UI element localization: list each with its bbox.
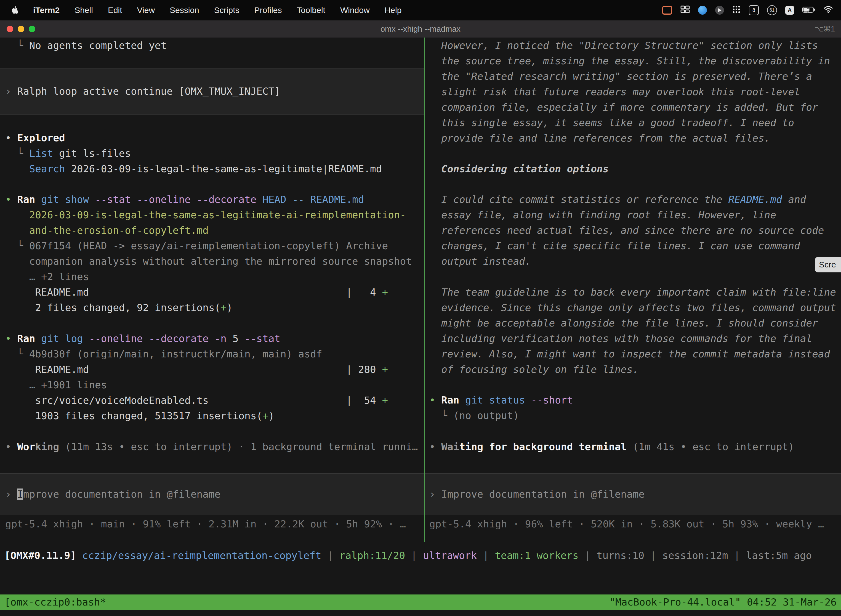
window-titlebar[interactable]: omx --xhigh --madmax ⌥⌘1 (0, 21, 841, 38)
wifi-icon[interactable] (823, 6, 833, 15)
terminal-area: › Ralph loop active continue [OMX_TMUX_I… (0, 38, 841, 616)
text-segment: src/voice/voiceModeEnabled.ts | 54 (5, 395, 382, 406)
text-segment: --oneline --decorate -n (83, 333, 227, 344)
text-segment: Search (5, 163, 65, 175)
text-segment: turns:10 (596, 550, 644, 561)
menu-item-iterm2[interactable]: iTerm2 (33, 6, 60, 15)
text-segment: └ (no output) (429, 410, 519, 421)
terminal-line: The team guideline is to back every impo… (429, 285, 836, 300)
terminal-line: └ (no output) (429, 408, 519, 423)
text-segment: … +2 lines (5, 271, 89, 282)
text-segment: HEAD -- README.md (256, 194, 364, 205)
text-segment: | (477, 550, 495, 561)
menu-item-edit[interactable]: Edit (108, 6, 122, 15)
app-icon[interactable] (715, 6, 724, 15)
menu-item-scripts[interactable]: Scripts (214, 6, 239, 15)
terminal-line: However, I noticed the "Directory Struct… (429, 38, 818, 53)
terminal-line: └ 4b9d30f (origin/main, instructkr/main,… (5, 346, 322, 362)
text-segment: Ran (17, 333, 35, 344)
text-segment: | (321, 550, 339, 561)
menu-item-profiles[interactable]: Profiles (254, 6, 282, 15)
text-segment: | (405, 550, 423, 561)
percentage-indicator-icon[interactable]: 61 (767, 5, 777, 15)
terminal-line: … +2 lines (5, 269, 89, 285)
window-grid-icon[interactable] (680, 6, 690, 15)
text-segment: git log (35, 333, 83, 344)
text-segment: --short (525, 395, 573, 406)
menu-item-help[interactable]: Help (385, 6, 402, 15)
text-segment: › (5, 85, 17, 97)
menu-item-window[interactable]: Window (340, 6, 370, 15)
text-segment: The team guideline is to back every impo… (429, 286, 836, 298)
menu-item-session[interactable]: Session (170, 6, 199, 15)
terminal-line: README.md | 4 + (5, 285, 388, 300)
menu-item-shell[interactable]: Shell (75, 6, 93, 15)
text-segment: changes, I can't cite specific file line… (429, 240, 800, 251)
terminal-line: └ List git ls-files (5, 146, 131, 161)
text-segment: └ 4b9d30f (origin/main, instructkr/main,… (5, 348, 322, 359)
menubar-status-icons: 8 61 A (662, 5, 833, 15)
terminal-line: • Waiting for background terminal (1m 41… (429, 439, 794, 455)
text-segment: last:5m ago (746, 550, 812, 561)
left-prompt-input[interactable]: › Improve documentation in @filename (0, 473, 424, 515)
menubar: iTerm2ShellEditViewSessionScriptsProfile… (0, 0, 841, 21)
text-segment: | (644, 550, 662, 561)
text-segment: and-the-erosion-of-copyleft.md (5, 224, 209, 236)
text-segment: + (220, 302, 227, 313)
keyboard-icon[interactable]: 8 (749, 5, 759, 15)
text-segment: Ralph loop active continue [OMX_TMUX_INJ… (17, 85, 280, 97)
tmux-session-label: [omx-cczip0:bash* (4, 594, 106, 610)
horizontal-pane-border (0, 542, 841, 542)
text-segment: › (5, 488, 17, 500)
text-segment: companion file, especially if more comme… (429, 101, 818, 113)
terminal-line: README.md | 280 + (5, 362, 388, 377)
terminal-line: • Working (11m 13s • esc to interrupt) ·… (5, 439, 418, 455)
input-source-icon[interactable]: A (785, 6, 794, 15)
terminal-line: review. Also, I might want to inspect th… (429, 346, 830, 362)
menu-item-toolbelt[interactable]: Toolbelt (297, 6, 325, 15)
terminal-line: Considering citation options (429, 161, 609, 177)
text-segment: + (382, 395, 388, 406)
screen-recording-icon[interactable] (662, 6, 672, 15)
terminal-line: output instead. (429, 254, 531, 269)
text-segment: companion analysis without altering the … (5, 255, 412, 267)
text-segment: --stat (238, 333, 280, 344)
text-segment: provide file and line references from th… (429, 132, 770, 144)
text-segment: › Improve documentation in @filename (429, 488, 645, 500)
text-segment: the source tree, missing the essay. Stil… (429, 55, 830, 66)
text-segment: evidence. Since this change only affects… (429, 302, 836, 313)
text-segment: • (429, 441, 441, 452)
apple-menu-icon[interactable] (11, 6, 18, 14)
screen-share-tooltip[interactable]: Scre (815, 257, 841, 273)
text-segment: cczip/essay/ai-reimplementation-copyleft (82, 550, 321, 561)
text-segment: references need actual files, and since … (429, 224, 824, 236)
menu-item-view[interactable]: View (137, 6, 155, 15)
left-terminal-pane[interactable]: › Ralph loop active continue [OMX_TMUX_I… (0, 38, 424, 542)
text-segment: └ (5, 40, 29, 51)
ralph-loop-banner-text: › Ralph loop active continue [OMX_TMUX_I… (5, 84, 280, 99)
terminal-line: └ No agents completed yet (5, 38, 167, 53)
ralph-loop-banner: › Ralph loop active continue [OMX_TMUX_I… (0, 68, 424, 114)
text-segment: I (17, 488, 23, 500)
text-segment: git show (35, 194, 89, 205)
terminal-line: gpt-5.4 xhigh · 96% left · 520K in · 5.8… (429, 516, 824, 532)
right-prompt-input[interactable]: › Improve documentation in @filename (425, 473, 841, 515)
text-segment: including verification notes with those … (429, 333, 812, 344)
text-segment: git status (459, 395, 525, 406)
apps-grid-icon[interactable] (732, 5, 741, 15)
right-terminal-pane[interactable]: › Improve documentation in @filename How… (425, 38, 841, 542)
terminal-line: src/voice/voiceModeEnabled.ts | 54 + (5, 393, 388, 408)
menu-items: iTerm2ShellEditViewSessionScriptsProfile… (33, 6, 401, 15)
text-segment: essay file, along with finding root file… (429, 209, 776, 220)
text-segment: No agents completed yet (29, 40, 167, 51)
text-segment: + (262, 410, 268, 421)
terminal-line: I could cite commit statistics or refere… (429, 192, 806, 207)
safari-icon[interactable] (698, 6, 707, 15)
text-segment: I could cite commit statistics or refere… (429, 194, 728, 205)
terminal-line: and-the-erosion-of-copyleft.md (5, 223, 209, 238)
terminal-line: essay file, along with finding root file… (429, 207, 776, 223)
text-segment: README.md (728, 194, 782, 205)
text-segment: slight risk that future readers may over… (429, 86, 800, 97)
text-segment: | (579, 550, 596, 561)
battery-icon[interactable] (802, 6, 815, 15)
